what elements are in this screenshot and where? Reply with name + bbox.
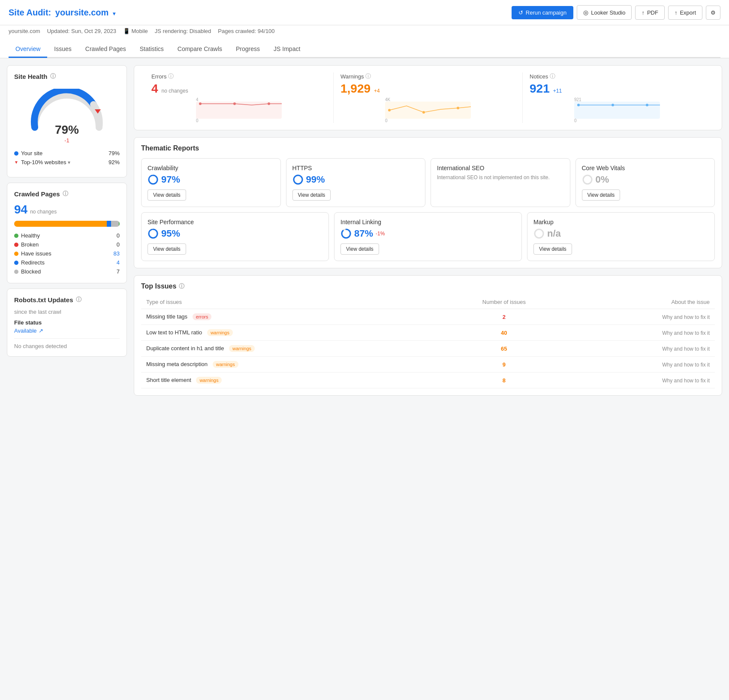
site-performance-view-btn[interactable]: View details	[148, 243, 186, 255]
tab-overview[interactable]: Overview	[9, 41, 47, 58]
stats-row: Errors ⓘ 4 no changes 4 0	[134, 65, 722, 130]
intl-seo-desc: International SEO is not implemented on …	[437, 174, 564, 181]
col-about: About the issue	[571, 295, 715, 309]
fix-link-5[interactable]: Why and how to fix it	[662, 378, 710, 384]
main-content: Errors ⓘ 4 no changes 4 0	[134, 65, 722, 700]
main-layout: Site Health ⓘ 79%	[0, 58, 729, 700]
warnings-info-icon[interactable]: ⓘ	[365, 72, 371, 80]
top-issues-info-icon[interactable]: ⓘ	[179, 282, 184, 290]
rerun-label: Rerun campaign	[526, 9, 566, 16]
robots-info-icon[interactable]: ⓘ	[76, 296, 81, 303]
svg-text:0: 0	[196, 118, 199, 123]
site-performance-score: 95%	[161, 228, 180, 239]
crawled-progress-bar	[14, 221, 120, 227]
report-core-web-vitals: Core Web Vitals 0% View details	[575, 158, 715, 207]
issue-fix-2: Why and how to fix it	[571, 325, 715, 341]
tab-statistics[interactable]: Statistics	[133, 41, 171, 58]
gauge-legend: Your site 79% ▼ Top-10% websites ▾ 92%	[14, 149, 120, 167]
markup-na: n/a	[547, 228, 561, 239]
settings-button[interactable]: ⚙	[706, 6, 720, 20]
report-markup: Markup n/a View details	[527, 212, 715, 261]
subheader: yoursite.com Updated: Sun, Oct 29, 2023 …	[0, 25, 729, 58]
errors-info-icon[interactable]: ⓘ	[168, 72, 174, 80]
tab-progress[interactable]: Progress	[229, 41, 267, 58]
errors-block: Errors ⓘ 4 no changes 4 0	[145, 72, 334, 123]
thematic-reports-card: Thematic Reports Crawlability 97% View d…	[134, 137, 722, 268]
tab-issues[interactable]: Issues	[47, 41, 78, 58]
issue-count-2: 40	[437, 325, 571, 341]
nav-tabs: Overview Issues Crawled Pages Statistics…	[9, 41, 720, 58]
top10-chevron[interactable]: ▾	[68, 159, 70, 165]
fix-link-4[interactable]: Why and how to fix it	[662, 362, 710, 368]
https-view-btn[interactable]: View details	[292, 189, 331, 201]
looker-studio-button[interactable]: ◎ Looker Studio	[577, 5, 632, 20]
tab-js-impact[interactable]: JS Impact	[267, 41, 307, 58]
report-https: HTTPS 99% View details	[286, 158, 426, 207]
crawled-pages-info-icon[interactable]: ⓘ	[63, 190, 68, 198]
issues-table: Type of issues Number of issues About th…	[141, 295, 715, 388]
svg-rect-7	[385, 102, 471, 119]
file-status-value[interactable]: Available ↗	[14, 327, 120, 334]
issue-fix-1: Why and how to fix it	[571, 309, 715, 325]
crawlability-view-btn[interactable]: View details	[148, 189, 186, 201]
internal-linking-view-btn[interactable]: View details	[340, 243, 379, 255]
fix-link-2[interactable]: Why and how to fix it	[662, 330, 710, 336]
pdf-button[interactable]: ↑ PDF	[635, 6, 665, 20]
have-issues-dot	[14, 252, 18, 256]
notices-info-icon[interactable]: ⓘ	[550, 72, 555, 80]
core-web-vitals-view-btn[interactable]: View details	[582, 189, 621, 201]
redirects-count[interactable]: 4	[117, 259, 120, 266]
internal-linking-delta: -1%	[376, 231, 385, 237]
header: Site Audit: yoursite.com ▾ ↺ Rerun campa…	[0, 0, 729, 25]
report-site-performance: Site Performance 95% View details	[141, 212, 329, 261]
crawled-count: 94	[14, 203, 27, 216]
notices-label: Notices ⓘ	[530, 72, 705, 80]
warnings-chart: 4K 0	[340, 97, 515, 123]
meta-pages-crawled: Pages crawled: 94/100	[218, 28, 274, 34]
badge-errors-1: errors	[193, 313, 212, 320]
looker-label: Looker Studio	[591, 9, 625, 16]
divider	[14, 338, 120, 339]
robots-card: Robots.txt Updates ⓘ since the last craw…	[7, 288, 127, 357]
svg-text:4K: 4K	[385, 97, 391, 102]
fix-link-1[interactable]: Why and how to fix it	[662, 314, 710, 320]
svg-point-27	[342, 229, 350, 238]
errors-chart: 4 0	[151, 97, 326, 123]
tab-crawled-pages[interactable]: Crawled Pages	[78, 41, 133, 58]
site-dropdown-icon[interactable]: ▾	[113, 11, 115, 17]
site-name[interactable]: yoursite.com	[55, 8, 108, 17]
warnings-value: 1,929	[340, 82, 371, 96]
broken-dot	[14, 243, 18, 247]
markup-icon	[533, 228, 545, 239]
gauge-score: 79%	[55, 123, 79, 136]
sidebar: Site Health ⓘ 79%	[7, 65, 127, 700]
pdf-label: PDF	[647, 9, 658, 16]
issues-table-header: Type of issues Number of issues About th…	[141, 295, 715, 309]
rerun-button[interactable]: ↺ Rerun campaign	[512, 6, 573, 19]
errors-value: 4	[151, 82, 158, 96]
your-site-dot	[14, 151, 18, 156]
crawled-pages-card: Crawled Pages ⓘ 94 no changes Healthy	[7, 183, 127, 283]
healthy-bar	[119, 221, 120, 227]
tab-compare-crawls[interactable]: Compare Crawls	[171, 41, 229, 58]
site-health-info-icon[interactable]: ⓘ	[50, 72, 56, 80]
site-health-card: Site Health ⓘ 79%	[7, 65, 127, 177]
issue-type-4: Missing meta description warnings	[141, 357, 437, 373]
fix-link-3[interactable]: Why and how to fix it	[662, 346, 710, 352]
robots-title: Robots.txt Updates ⓘ	[14, 296, 120, 303]
looker-icon: ◎	[583, 9, 588, 16]
table-row: Missing meta description warnings 9 Why …	[141, 357, 715, 373]
badge-warnings-3: warnings	[229, 345, 255, 352]
export-button[interactable]: ↑ Export	[668, 6, 702, 20]
notices-change: +11	[553, 88, 562, 94]
svg-point-17	[612, 104, 614, 106]
blocked-bar	[111, 221, 118, 227]
markup-view-btn[interactable]: View details	[533, 243, 572, 255]
rerun-icon: ↺	[518, 9, 523, 16]
legend-have-issues: Have issues 83	[14, 249, 120, 258]
have-issues-count[interactable]: 83	[114, 250, 120, 257]
blocked-count: 7	[117, 268, 120, 275]
notices-chart: 921 0	[530, 97, 705, 123]
crawled-legend: Healthy 0 Broken 0 Have issues	[14, 231, 120, 276]
meta-updated: Updated: Sun, Oct 29, 2023	[47, 28, 116, 34]
